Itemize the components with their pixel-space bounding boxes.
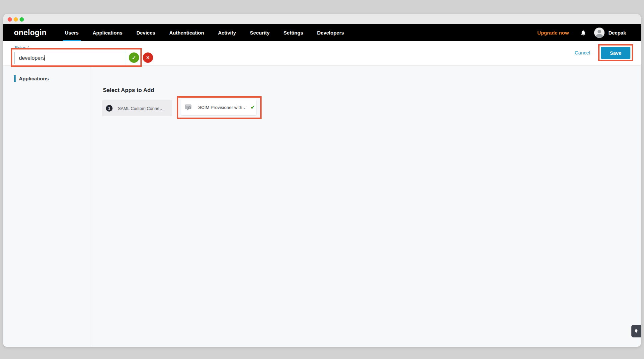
nav-item-security[interactable]: Security	[250, 24, 270, 41]
close-button[interactable]	[8, 17, 12, 22]
app-tile-saml-custom-connector[interactable]: 1 SAML Custom Conne…	[102, 100, 172, 116]
section-heading: Select Apps to Add	[103, 87, 154, 94]
main-content: Select Apps to Add 1 SAML Custom Conne… …	[91, 66, 641, 347]
nav-items: Users Applications Devices Authenticatio…	[65, 24, 344, 41]
nav-item-devices[interactable]: Devices	[136, 24, 155, 41]
check-icon: ✓	[132, 55, 136, 61]
discard-rename-button[interactable]: ✕	[143, 52, 153, 63]
sidebar: Applications	[3, 66, 91, 347]
role-name-input[interactable]	[14, 52, 126, 64]
nav-item-settings[interactable]: Settings	[283, 24, 303, 41]
maximize-button[interactable]	[20, 17, 24, 22]
selected-check-icon: ✔	[251, 104, 255, 110]
cancel-button[interactable]: Cancel	[575, 50, 590, 55]
page-body: Applications Select Apps to Add 1 SAML C…	[3, 66, 641, 347]
number-1-badge-icon: 1	[106, 105, 113, 112]
x-icon: ✕	[146, 55, 150, 60]
nav-right-group: Upgrade now Deepak	[537, 28, 626, 38]
app-tile-label: SAML Custom Conne…	[118, 106, 164, 111]
app-tile-scim-provisioner[interactable]: SCIM Provisioner with… ✔	[181, 99, 256, 115]
user-name[interactable]: Deepak	[608, 30, 626, 36]
user-avatar[interactable]	[594, 28, 604, 38]
nav-item-authentication[interactable]: Authentication	[169, 24, 204, 41]
sidebar-item-label: Applications	[19, 76, 49, 81]
help-lightbulb-button[interactable]	[631, 325, 641, 337]
onelogin-logo: onelogin	[14, 28, 46, 37]
bell-icon[interactable]	[580, 30, 586, 36]
text-caret	[44, 55, 45, 61]
nav-item-applications[interactable]: Applications	[93, 24, 122, 41]
save-button[interactable]: Save	[601, 47, 630, 59]
nav-item-activity[interactable]: Activity	[218, 24, 236, 41]
app-tile-label: SCIM Provisioner with…	[198, 105, 247, 110]
lightbulb-icon	[634, 329, 639, 334]
app-card-magnifier-icon	[185, 104, 192, 111]
page-header: Roles / ✓ ✕ Cancel Save	[3, 41, 641, 66]
breadcrumb[interactable]: Roles /	[15, 45, 29, 50]
top-nav: onelogin Users Applications Devices Auth…	[3, 24, 641, 41]
upgrade-now-link[interactable]: Upgrade now	[537, 30, 569, 36]
minimize-button[interactable]	[14, 17, 18, 22]
sidebar-item-applications[interactable]: Applications	[3, 75, 91, 82]
active-indicator-bar	[14, 75, 16, 82]
app-window: onelogin Users Applications Devices Auth…	[3, 14, 641, 347]
nav-item-developers[interactable]: Developers	[317, 24, 344, 41]
confirm-rename-button[interactable]: ✓	[129, 52, 139, 63]
window-title-bar	[3, 14, 641, 24]
nav-item-users[interactable]: Users	[65, 24, 79, 41]
